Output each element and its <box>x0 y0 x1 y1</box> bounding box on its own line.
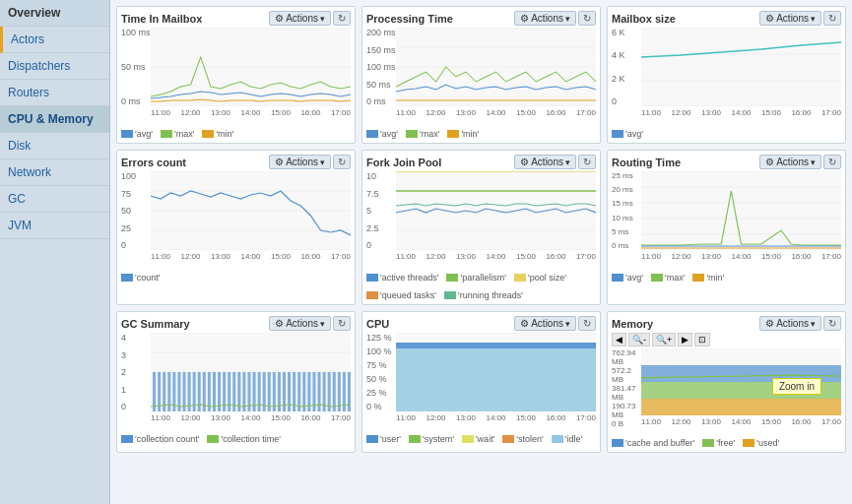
chart-inner-routing-time <box>641 171 841 250</box>
svg-rect-50 <box>198 372 201 411</box>
chart-controls-routing: ⚙ Actions ↻ <box>759 155 841 169</box>
sidebar-item-dispatchers[interactable]: Dispatchers <box>0 53 109 80</box>
svg-rect-56 <box>228 372 230 411</box>
chart-inner-gc-summary <box>151 333 351 411</box>
chart-inner-cpu <box>396 333 596 411</box>
zoom-in-tooltip: Zoom in <box>772 378 821 395</box>
chart-controls-mailbox: ⚙ Actions ↻ <box>759 11 841 26</box>
sidebar-item-cpu-memory[interactable]: CPU & Memory <box>0 106 109 133</box>
refresh-button-time-in-mailbox[interactable]: ↻ <box>333 11 351 26</box>
memory-zoom-in-button[interactable]: 🔍+ <box>652 333 676 346</box>
sidebar-item-actors[interactable]: Actors <box>0 27 109 53</box>
chart-memory: Memory ⚙ Actions ↻ ◀ 🔍- 🔍+ ▶ ⊡ 762.94 MB… <box>607 311 846 453</box>
x-axis-errors-count: 11:0012:0013:0014:0015:0016:0017:00 <box>151 252 351 270</box>
sidebar-item-jvm[interactable]: JVM <box>0 213 109 239</box>
svg-rect-28 <box>641 171 841 250</box>
legend-routing-time: 'avg' 'max' 'min' <box>612 273 841 283</box>
actions-button-fork-join-pool[interactable]: ⚙ Actions <box>514 155 576 169</box>
svg-rect-47 <box>182 372 185 411</box>
chart-processing-time: Processing Time ⚙ Actions ↻ 200 ms150 ms… <box>361 6 601 144</box>
refresh-button-memory[interactable]: ↻ <box>823 316 841 331</box>
legend-time-in-mailbox: 'avg' 'max' 'min' <box>121 129 351 139</box>
main-content: Time In Mailbox ⚙ Actions ↻ 100 ms50 ms0… <box>110 0 852 504</box>
x-axis-time-in-mailbox: 11:0012:0013:0014:0015:0016:0017:00 <box>151 108 351 126</box>
y-axis-routing-time: 25 ms20 ms15 ms10 ms5 ms0 ms <box>612 171 641 250</box>
svg-rect-44 <box>167 372 170 411</box>
chart-title-processing-time: Processing Time <box>366 13 453 25</box>
chart-title-fork-join-pool: Fork Join Pool <box>366 157 441 168</box>
memory-zoom-fit-button[interactable]: ⊡ <box>694 333 710 346</box>
memory-zoom-forward-button[interactable]: ▶ <box>678 333 692 346</box>
x-axis-gc-summary: 11:0012:0013:0014:0015:0016:0017:00 <box>151 413 351 431</box>
refresh-button-cpu[interactable]: ↻ <box>578 316 596 331</box>
chart-routing-time: Routing Time ⚙ Actions ↻ 25 ms20 ms15 ms… <box>607 150 846 305</box>
chart-controls: ⚙ Actions ↻ <box>269 11 351 26</box>
legend-errors-count: 'count' <box>121 273 351 283</box>
refresh-button-mailbox-size[interactable]: ↻ <box>823 11 841 26</box>
chart-mailbox-size: Mailbox size ⚙ Actions ↻ 6 K4 K2 K0 <box>607 6 846 144</box>
chart-area-processing-time: 200 ms150 ms100 ms50 ms0 ms <box>366 28 596 126</box>
memory-zoom-out-button[interactable]: 🔍- <box>628 333 650 346</box>
chart-area-time-in-mailbox: 100 ms50 ms0 ms <box>121 28 351 126</box>
actions-button-processing-time[interactable]: ⚙ Actions <box>514 11 576 26</box>
refresh-button-errors-count[interactable]: ↻ <box>333 155 351 169</box>
chart-area-gc-summary: 43210 <box>121 333 351 431</box>
svg-rect-77 <box>333 372 336 411</box>
svg-marker-96 <box>641 399 841 415</box>
refresh-button-routing-time[interactable]: ↻ <box>823 155 841 169</box>
x-axis-mailbox-size: 11:0012:0013:0014:0015:0016:0017:00 <box>641 108 841 126</box>
legend-gc-summary: 'collection count' 'collection time' <box>121 434 351 444</box>
refresh-button-gc-summary[interactable]: ↻ <box>333 316 351 331</box>
chart-title-gc-summary: GC Summary <box>121 318 190 330</box>
sidebar-item-gc[interactable]: GC <box>0 186 109 213</box>
memory-zoom-back-button[interactable]: ◀ <box>612 333 626 346</box>
chart-inner-processing-time <box>396 28 596 106</box>
chart-area-fork-join-pool: 107.552.50 <box>366 171 596 270</box>
chart-controls-cpu: ⚙ Actions ↻ <box>514 316 596 331</box>
actions-button-gc-summary[interactable]: ⚙ Actions <box>269 316 331 331</box>
svg-marker-89 <box>396 343 596 348</box>
x-axis-cpu: 11:0012:0013:0014:0015:0016:0017:00 <box>396 413 596 431</box>
y-axis-mailbox-size: 6 K4 K2 K0 <box>612 28 641 106</box>
svg-rect-41 <box>153 372 156 411</box>
svg-marker-88 <box>396 348 596 411</box>
chart-controls-memory: ⚙ Actions ↻ <box>759 316 841 331</box>
refresh-button-processing-time[interactable]: ↻ <box>578 11 596 26</box>
chart-fork-join-pool: Fork Join Pool ⚙ Actions ↻ 107.552.50 <box>361 150 601 305</box>
chart-controls-processing: ⚙ Actions ↻ <box>514 11 596 26</box>
chart-cpu: CPU ⚙ Actions ↻ 125 %100 %75 %50 %25 %0 … <box>361 311 601 453</box>
chart-title-memory: Memory <box>612 318 653 330</box>
chart-inner-mailbox-size <box>641 28 841 106</box>
x-axis-memory: 11:0012:0013:0014:0015:0016:0017:00 <box>641 417 841 435</box>
chart-area-errors-count: 1007550250 11:0012:0013:0014:0015:0016:0… <box>121 171 351 270</box>
y-axis-memory: 762.94 MB572.2 MB381.47 MB190.73 MB0 B <box>612 348 641 415</box>
y-axis-cpu: 125 %100 %75 %50 %25 %0 % <box>366 333 396 411</box>
actions-button-time-in-mailbox[interactable]: ⚙ Actions <box>269 11 331 26</box>
chart-gc-summary: GC Summary ⚙ Actions ↻ 43210 <box>116 311 356 453</box>
chart-title-time-in-mailbox: Time In Mailbox <box>121 13 202 25</box>
svg-rect-59 <box>242 372 245 411</box>
chart-title-routing-time: Routing Time <box>612 157 681 168</box>
legend-processing-time: 'avg' 'max' 'min' <box>366 129 596 139</box>
chart-inner-fork-join-pool <box>396 171 596 250</box>
svg-rect-10 <box>641 28 841 106</box>
y-axis-gc-summary: 43210 <box>121 333 151 411</box>
sidebar-item-routers[interactable]: Routers <box>0 80 109 106</box>
chart-controls-gc: ⚙ Actions ↻ <box>269 316 351 331</box>
actions-button-memory[interactable]: ⚙ Actions <box>759 316 821 331</box>
svg-rect-71 <box>302 372 305 411</box>
chart-errors-count: Errors count ⚙ Actions ↻ 1007550250 <box>116 150 356 305</box>
actions-button-mailbox-size[interactable]: ⚙ Actions <box>759 11 821 26</box>
legend-cpu: 'user' 'system' 'wait' 'stolen' 'idle' <box>366 434 596 444</box>
svg-rect-62 <box>258 372 261 411</box>
chart-title-errors-count: Errors count <box>121 157 186 168</box>
sidebar-item-network[interactable]: Network <box>0 159 109 186</box>
sidebar-item-disk[interactable]: Disk <box>0 133 109 159</box>
chart-controls-fork-join: ⚙ Actions ↻ <box>514 155 596 169</box>
actions-button-routing-time[interactable]: ⚙ Actions <box>759 155 821 169</box>
actions-button-cpu[interactable]: ⚙ Actions <box>514 316 576 331</box>
refresh-button-fork-join-pool[interactable]: ↻ <box>578 155 596 169</box>
sidebar-item-overview[interactable]: Overview <box>0 0 109 27</box>
legend-fork-join-pool: 'active threads' 'parallelism' 'pool siz… <box>366 273 596 300</box>
actions-button-errors-count[interactable]: ⚙ Actions <box>269 155 331 169</box>
